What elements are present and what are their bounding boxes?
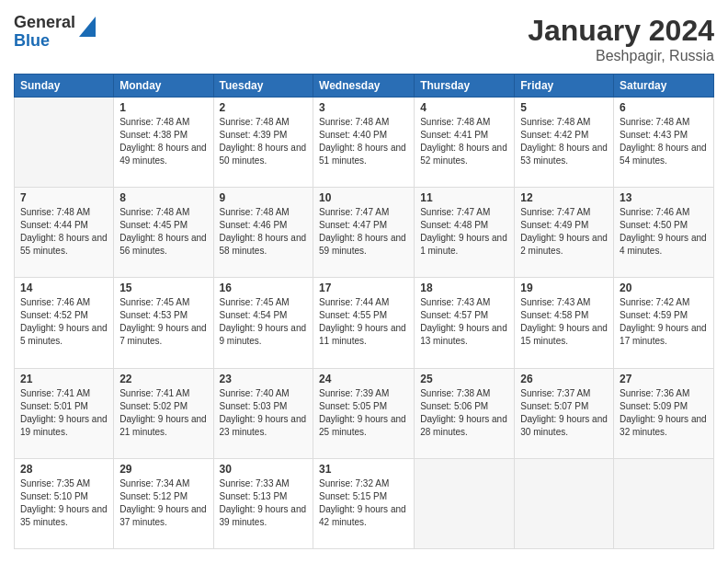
calendar-cell: 8Sunrise: 7:48 AMSunset: 4:45 PMDaylight… [114,188,213,278]
calendar-header: SundayMondayTuesdayWednesdayThursdayFrid… [15,75,714,98]
day-number: 30 [220,463,308,476]
calendar-cell: 6Sunrise: 7:48 AMSunset: 4:43 PMDaylight… [614,98,714,188]
day-info: Sunrise: 7:45 AMSunset: 4:53 PMDaylight:… [119,296,207,348]
calendar-cell: 13Sunrise: 7:46 AMSunset: 4:50 PMDayligh… [614,188,714,278]
logo-icon [79,17,96,37]
day-info: Sunrise: 7:45 AMSunset: 4:54 PMDaylight:… [220,296,308,348]
day-info: Sunrise: 7:42 AMSunset: 4:59 PMDaylight:… [620,296,708,348]
weekday-header: Monday [114,75,213,98]
day-info: Sunrise: 7:43 AMSunset: 4:57 PMDaylight:… [420,296,508,348]
day-info: Sunrise: 7:48 AMSunset: 4:46 PMDaylight:… [220,206,308,258]
day-info: Sunrise: 7:33 AMSunset: 5:13 PMDaylight:… [220,477,308,529]
calendar-cell: 14Sunrise: 7:46 AMSunset: 4:52 PMDayligh… [15,278,114,368]
calendar-cell: 11Sunrise: 7:47 AMSunset: 4:48 PMDayligh… [415,188,515,278]
weekday-header: Sunday [15,75,114,98]
day-info: Sunrise: 7:44 AMSunset: 4:55 PMDaylight:… [319,296,408,348]
day-info: Sunrise: 7:38 AMSunset: 5:06 PMDaylight:… [420,387,508,439]
day-number: 6 [620,101,708,114]
calendar-cell: 27Sunrise: 7:36 AMSunset: 5:09 PMDayligh… [614,368,714,458]
day-info: Sunrise: 7:48 AMSunset: 4:39 PMDaylight:… [220,116,308,167]
day-number: 23 [220,373,308,385]
calendar-cell: 21Sunrise: 7:41 AMSunset: 5:01 PMDayligh… [15,368,114,458]
day-number: 29 [119,463,207,476]
day-number: 19 [520,282,608,294]
day-number: 7 [20,191,108,204]
day-number: 13 [620,191,708,204]
day-info: Sunrise: 7:48 AMSunset: 4:38 PMDaylight:… [119,116,207,167]
day-info: Sunrise: 7:34 AMSunset: 5:12 PMDaylight:… [119,477,207,529]
calendar-cell: 3Sunrise: 7:48 AMSunset: 4:40 PMDaylight… [313,98,415,188]
calendar-cell: 7Sunrise: 7:48 AMSunset: 4:44 PMDaylight… [15,188,114,278]
day-info: Sunrise: 7:48 AMSunset: 4:41 PMDaylight:… [420,116,508,167]
calendar-cell: 16Sunrise: 7:45 AMSunset: 4:54 PMDayligh… [213,278,313,368]
calendar-cell: 18Sunrise: 7:43 AMSunset: 4:57 PMDayligh… [415,278,515,368]
day-number: 10 [319,191,408,204]
logo: General Blue [14,14,96,51]
day-info: Sunrise: 7:48 AMSunset: 4:42 PMDaylight:… [520,116,608,167]
calendar-cell: 4Sunrise: 7:48 AMSunset: 4:41 PMDaylight… [415,98,515,188]
day-number: 4 [420,101,508,114]
calendar-cell: 9Sunrise: 7:48 AMSunset: 4:46 PMDaylight… [213,188,313,278]
calendar-cell: 20Sunrise: 7:42 AMSunset: 4:59 PMDayligh… [614,278,714,368]
day-number: 15 [119,282,207,294]
calendar-page: General Blue January 2024 Beshpagir, Rus… [0,0,728,563]
logo-general-text: General [14,14,75,32]
subtitle: Beshpagir, Russia [528,48,714,64]
day-number: 28 [20,463,108,476]
day-number: 17 [319,282,408,294]
day-info: Sunrise: 7:48 AMSunset: 4:43 PMDaylight:… [620,116,708,167]
weekday-header: Wednesday [313,75,415,98]
header: General Blue January 2024 Beshpagir, Rus… [14,14,714,64]
day-info: Sunrise: 7:43 AMSunset: 4:58 PMDaylight:… [520,296,608,348]
calendar-cell: 26Sunrise: 7:37 AMSunset: 5:07 PMDayligh… [515,368,614,458]
day-info: Sunrise: 7:32 AMSunset: 5:15 PMDaylight:… [319,477,408,529]
day-number: 1 [119,101,207,114]
calendar-cell: 19Sunrise: 7:43 AMSunset: 4:58 PMDayligh… [515,278,614,368]
day-number: 18 [420,282,508,294]
logo-blue-text: Blue [14,32,75,51]
calendar-cell: 30Sunrise: 7:33 AMSunset: 5:13 PMDayligh… [213,458,313,548]
calendar-cell: 22Sunrise: 7:41 AMSunset: 5:02 PMDayligh… [114,368,213,458]
day-number: 24 [319,373,408,385]
day-number: 16 [220,282,308,294]
day-info: Sunrise: 7:47 AMSunset: 4:49 PMDaylight:… [520,206,608,258]
day-info: Sunrise: 7:40 AMSunset: 5:03 PMDaylight:… [220,387,308,439]
day-info: Sunrise: 7:46 AMSunset: 4:52 PMDaylight:… [20,296,108,348]
day-number: 21 [20,373,108,385]
day-number: 14 [20,282,108,294]
day-number: 11 [420,191,508,204]
day-number: 25 [420,373,508,385]
day-info: Sunrise: 7:35 AMSunset: 5:10 PMDaylight:… [20,477,108,529]
day-number: 12 [520,191,608,204]
day-number: 2 [220,101,308,114]
day-info: Sunrise: 7:48 AMSunset: 4:45 PMDaylight:… [119,206,207,258]
calendar-cell: 29Sunrise: 7:34 AMSunset: 5:12 PMDayligh… [114,458,213,548]
calendar-cell: 28Sunrise: 7:35 AMSunset: 5:10 PMDayligh… [15,458,114,548]
day-info: Sunrise: 7:39 AMSunset: 5:05 PMDaylight:… [319,387,408,439]
calendar-cell: 25Sunrise: 7:38 AMSunset: 5:06 PMDayligh… [415,368,515,458]
calendar-cell: 17Sunrise: 7:44 AMSunset: 4:55 PMDayligh… [313,278,415,368]
day-info: Sunrise: 7:36 AMSunset: 5:09 PMDaylight:… [620,387,708,439]
day-number: 27 [620,373,708,385]
day-number: 26 [520,373,608,385]
calendar-cell: 10Sunrise: 7:47 AMSunset: 4:47 PMDayligh… [313,188,415,278]
day-info: Sunrise: 7:48 AMSunset: 4:44 PMDaylight:… [20,206,108,258]
calendar-cell [15,98,114,188]
weekday-header: Tuesday [213,75,313,98]
calendar-cell: 15Sunrise: 7:45 AMSunset: 4:53 PMDayligh… [114,278,213,368]
day-number: 5 [520,101,608,114]
calendar-cell [614,458,714,548]
calendar-cell: 12Sunrise: 7:47 AMSunset: 4:49 PMDayligh… [515,188,614,278]
day-number: 3 [319,101,408,114]
weekday-header: Thursday [415,75,515,98]
day-info: Sunrise: 7:47 AMSunset: 4:47 PMDaylight:… [319,206,408,258]
day-info: Sunrise: 7:37 AMSunset: 5:07 PMDaylight:… [520,387,608,439]
calendar-cell [515,458,614,548]
calendar-cell: 2Sunrise: 7:48 AMSunset: 4:39 PMDaylight… [213,98,313,188]
day-info: Sunrise: 7:41 AMSunset: 5:02 PMDaylight:… [119,387,207,439]
weekday-header: Friday [515,75,614,98]
day-info: Sunrise: 7:47 AMSunset: 4:48 PMDaylight:… [420,206,508,258]
day-info: Sunrise: 7:46 AMSunset: 4:50 PMDaylight:… [620,206,708,258]
calendar-cell: 1Sunrise: 7:48 AMSunset: 4:38 PMDaylight… [114,98,213,188]
calendar-cell: 5Sunrise: 7:48 AMSunset: 4:42 PMDaylight… [515,98,614,188]
